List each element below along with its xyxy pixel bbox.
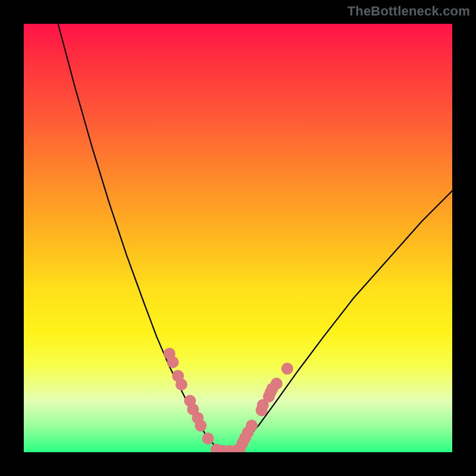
plot-area	[24, 24, 452, 452]
right-branch-markers-dot	[281, 363, 293, 375]
left-branch-markers-dot	[202, 433, 214, 444]
chart-svg	[24, 24, 452, 452]
left-branch-markers-dot	[167, 356, 179, 368]
bottleneck-curve-left	[58, 24, 221, 452]
right-branch-markers-dot	[271, 378, 283, 390]
left-branch-markers-dot	[176, 378, 187, 390]
right-branch-markers-dot	[246, 419, 258, 431]
left-branch-markers-dot	[195, 419, 206, 431]
chart-frame: TheBottleneck.com	[0, 0, 476, 476]
bottleneck-curve-right	[221, 191, 452, 452]
watermark-text: TheBottleneck.com	[347, 4, 470, 19]
